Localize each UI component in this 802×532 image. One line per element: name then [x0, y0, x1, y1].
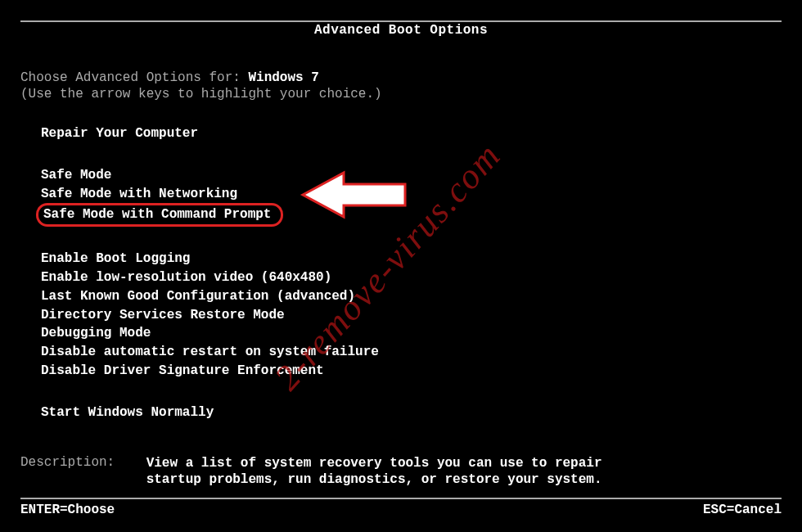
footer-enter: ENTER=Choose — [20, 503, 115, 517]
boot-options-screen: Advanced Boot Options Choose Advanced Op… — [0, 0, 802, 532]
footer-bar: ENTER=Choose ESC=Cancel — [20, 503, 782, 517]
menu-directory-services-restore[interactable]: Directory Services Restore Mode — [41, 306, 782, 325]
os-name: Windows 7 — [248, 70, 318, 85]
menu-disable-driver-sig[interactable]: Disable Driver Signature Enforcement — [41, 362, 782, 381]
menu-low-res-video[interactable]: Enable low-resolution video (640x480) — [41, 268, 782, 287]
choose-line: Choose Advanced Options for: Windows 7 — [20, 70, 782, 85]
menu-disable-auto-restart[interactable]: Disable automatic restart on system fail… — [41, 343, 782, 362]
arrow-annotation-icon — [299, 166, 413, 223]
arrow-keys-hint: (Use the arrow keys to highlight your ch… — [20, 87, 782, 101]
svg-marker-0 — [303, 173, 405, 217]
description-label: Description: — [20, 455, 146, 489]
menu-boot-logging[interactable]: Enable Boot Logging — [41, 250, 782, 268]
bottom-divider — [20, 498, 782, 499]
menu-safe-mode-cmd[interactable]: Safe Mode with Command Prompt — [43, 206, 271, 223]
highlight-annotation: Safe Mode with Command Prompt — [36, 203, 283, 227]
top-divider — [20, 20, 782, 22]
menu-start-normally[interactable]: Start Windows Normally — [41, 404, 782, 422]
description-block: Description: View a list of system recov… — [20, 455, 782, 489]
menu-repair-computer[interactable]: Repair Your Computer — [41, 124, 782, 143]
menu-debugging-mode[interactable]: Debugging Mode — [41, 324, 782, 343]
choose-prefix: Choose Advanced Options for: — [20, 70, 248, 85]
footer-esc: ESC=Cancel — [703, 503, 782, 517]
description-text: View a list of system recovery tools you… — [146, 455, 605, 489]
page-title: Advanced Boot Options — [20, 23, 782, 38]
menu-last-known-good[interactable]: Last Known Good Configuration (advanced) — [41, 287, 782, 306]
